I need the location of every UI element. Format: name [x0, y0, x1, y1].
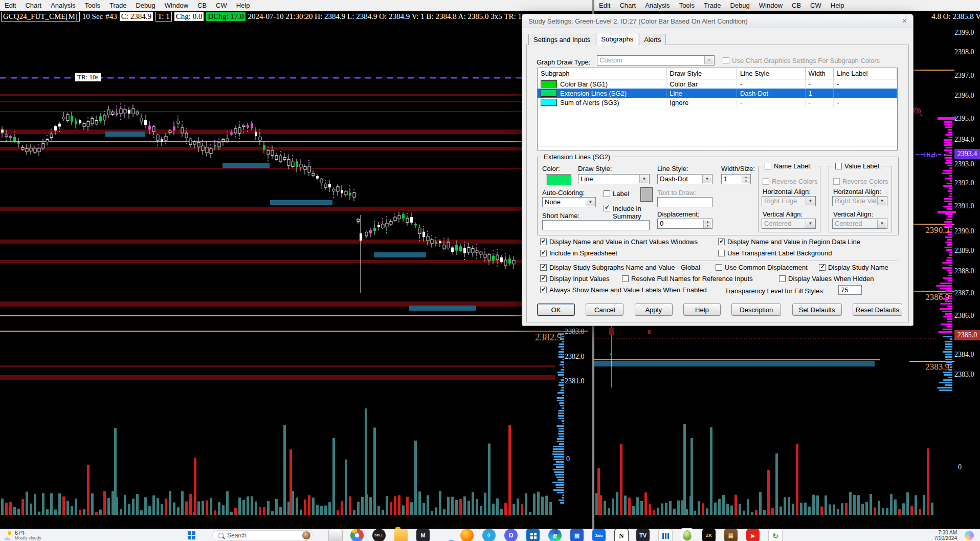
transparency-field[interactable]: 75	[838, 285, 862, 295]
chrome-icon[interactable]	[350, 529, 364, 541]
stepper-arrows-icon[interactable]: ▲▼	[742, 175, 750, 183]
start-icon[interactable]	[188, 531, 196, 539]
calculator-icon[interactable]: ▦	[570, 529, 584, 541]
subgraph-row[interactable]: Color Bar (SG1)Color Bar---	[538, 79, 897, 89]
description-button[interactable]: Description	[731, 304, 781, 316]
menu-chart[interactable]: Chart	[20, 2, 46, 9]
checkbox-resolve-full-names-for-reference-inputs[interactable]: Resolve Full Names for Reference Inputs	[622, 275, 753, 283]
column-header-width[interactable]: Width	[806, 68, 834, 79]
tab-settings-and-inputs[interactable]: Settings and Inputs	[528, 34, 595, 45]
taskbar-clock[interactable]: 7:30 AM 7/10/2024	[917, 529, 957, 541]
copilot-icon[interactable]	[965, 531, 974, 540]
checkbox-box[interactable]	[716, 264, 722, 271]
dialog-titlebar[interactable]: Study Settings: Green-Level 2. ID:27 (Co…	[522, 14, 913, 28]
checkbox-display-name-and-value-in-chart-values-win[interactable]: Display Name and Value in Chart Values W…	[540, 238, 698, 246]
set-defaults-button[interactable]: Set Defaults	[792, 304, 842, 316]
auto-coloring-select[interactable]: None▼	[542, 197, 596, 207]
checkbox-display-name-and-value-in-region-data-line[interactable]: Display Name and Value in Region Data Li…	[718, 238, 860, 246]
checkbox-always-show-name-and-value-labels-when-ena[interactable]: Always Show Name and Value Labels When E…	[540, 286, 707, 294]
checkbox-display-input-values[interactable]: Display Input Values	[540, 275, 610, 283]
checkbox-box[interactable]	[540, 287, 547, 293]
displacement-stepper[interactable]: 0 ▲▼	[657, 219, 712, 229]
checkbox-box[interactable]	[540, 275, 547, 282]
zalo-icon[interactable]: Zalo	[592, 529, 606, 541]
menu-debug[interactable]: Debug	[725, 2, 754, 9]
checkbox-box[interactable]	[540, 264, 547, 271]
subgraph-row[interactable]: Sum of Alerts (SG3)Ignore---	[538, 98, 897, 107]
column-header-draw-style[interactable]: Draw Style	[666, 68, 737, 79]
menu-cb[interactable]: CB	[193, 2, 211, 9]
menu-analysis[interactable]: Analysis	[640, 2, 674, 9]
reset-defaults-button[interactable]: Reset Defaults	[853, 304, 902, 316]
window-icon[interactable]	[328, 529, 343, 541]
menu-help[interactable]: Help	[826, 2, 849, 9]
checkbox-box[interactable]	[540, 250, 547, 256]
checkbox-box[interactable]	[604, 205, 610, 211]
graph-draw-type-select[interactable]: Custom▼	[597, 55, 715, 66]
cancel-button[interactable]: Cancel	[586, 304, 623, 316]
tv-icon[interactable]: TV	[636, 529, 650, 541]
menu-edit[interactable]: Edit	[0, 2, 20, 9]
discord-icon[interactable]: D	[504, 529, 518, 541]
menu-cw[interactable]: CW	[211, 2, 232, 9]
menu-cw[interactable]: CW	[806, 2, 826, 9]
menu-window[interactable]: Window	[160, 2, 193, 9]
column-header-line-style[interactable]: Line Style	[737, 68, 806, 79]
column-header-line-label[interactable]: Line Label	[834, 68, 897, 79]
checkbox-include-in-spreadsheet[interactable]: Include in Spreadsheet	[540, 249, 617, 257]
checkbox-box[interactable]	[622, 275, 629, 282]
checkbox-box[interactable]	[779, 275, 786, 282]
menu-edit[interactable]: Edit	[594, 2, 615, 9]
menu-window[interactable]: Window	[754, 2, 787, 9]
checkbox-display-study-subgraphs-name-and-value-glo[interactable]: Display Study Subgraphs Name and Value -…	[540, 264, 700, 271]
menu-help[interactable]: Help	[232, 2, 255, 9]
checkbox-box[interactable]	[718, 239, 725, 245]
sprout-icon[interactable]: ↻	[768, 529, 783, 541]
menu-chart[interactable]: Chart	[615, 2, 640, 9]
checkbox-display-study-name[interactable]: Display Study Name	[819, 264, 888, 271]
menu-cb[interactable]: CB	[787, 2, 806, 9]
stepper-arrows-icon[interactable]: ▲▼	[703, 220, 711, 228]
checkbox-label-option[interactable]: Label	[604, 190, 629, 198]
youtube-icon[interactable]: ▶	[746, 529, 760, 541]
tab-subgraphs[interactable]: Subgraphs	[596, 33, 638, 46]
column-header-subgraph[interactable]: Subgraph	[538, 68, 666, 79]
label-color-swatch-button[interactable]	[640, 187, 653, 202]
checkbox-box[interactable]	[819, 264, 826, 271]
sierra-chart-icon[interactable]	[680, 529, 694, 541]
checkbox-box[interactable]	[718, 250, 725, 256]
checkbox-box[interactable]	[835, 163, 842, 169]
close-icon[interactable]: ×	[902, 16, 907, 26]
folder-icon[interactable]	[394, 529, 408, 541]
line-style-select[interactable]: Dash-Dot▼	[657, 174, 712, 184]
menu-analysis[interactable]: Analysis	[46, 2, 80, 9]
apply-button[interactable]: Apply	[635, 304, 673, 316]
tab-alerts[interactable]: Alerts	[639, 34, 666, 45]
width-size-stepper[interactable]: 1 ▲▼	[721, 174, 751, 184]
short-name-field[interactable]	[542, 220, 650, 230]
checkbox-include-in-summary[interactable]: Include in Summary	[604, 205, 653, 220]
edge-icon[interactable]: e	[548, 529, 562, 541]
menu-tools[interactable]: Tools	[80, 2, 105, 9]
checkbox-use-transparent-label-background[interactable]: Use Transparent Label Background	[718, 249, 832, 257]
menu-trade[interactable]: Trade	[105, 2, 131, 9]
dell-icon[interactable]: DELL	[372, 529, 386, 541]
menu-trade[interactable]: Trade	[699, 2, 725, 9]
color-swatch-button[interactable]	[546, 174, 571, 185]
checkbox-display-values-when-hidden[interactable]: Display Values When Hidden	[779, 275, 874, 283]
telegram-icon[interactable]: ✈	[482, 529, 496, 541]
checkbox-box[interactable]	[765, 163, 771, 169]
bars-icon[interactable]	[658, 529, 673, 541]
checkbox-box[interactable]	[604, 190, 610, 197]
notion-icon[interactable]: N	[614, 529, 629, 541]
checkbox-use-common-displacement[interactable]: Use Common Displacement	[716, 264, 808, 271]
draw-style-select[interactable]: Line▼	[578, 174, 650, 184]
checkbox-box[interactable]	[540, 239, 547, 245]
weather-widget[interactable]: ☁ 67°F Mostly cloudy	[3, 529, 41, 541]
search-input[interactable]: Search	[212, 530, 313, 540]
store-icon[interactable]	[526, 529, 540, 541]
subgraph-row[interactable]: Extension Lines (SG2)LineDash-Dot1-	[538, 89, 897, 98]
help-button[interactable]: Help	[683, 304, 721, 316]
m-files-icon[interactable]: M	[416, 529, 430, 541]
zk-icon[interactable]: ZK	[702, 529, 716, 541]
